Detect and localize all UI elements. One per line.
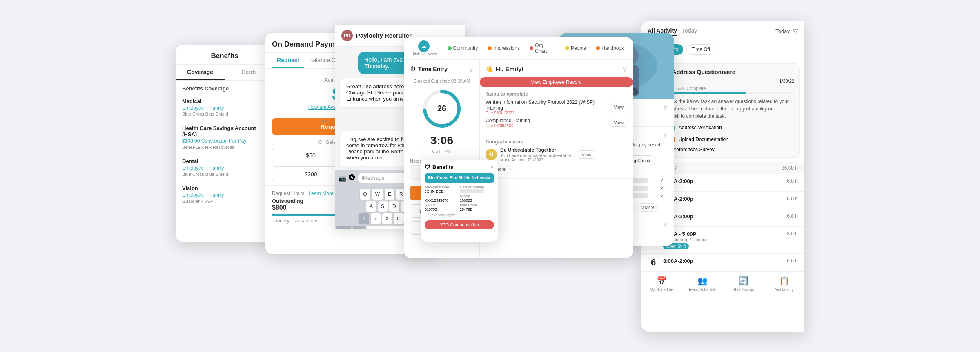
- activity-filter: Today ▽: [775, 27, 798, 35]
- emily-header: 👋 Hi, Emily! ∨: [480, 60, 633, 77]
- benefits-section-title: Benefits Coverage: [176, 81, 274, 94]
- key-w[interactable]: W: [372, 189, 383, 200]
- filter-today-label[interactable]: Today: [775, 28, 790, 34]
- time-off-chevron[interactable]: ∨: [663, 220, 668, 229]
- upload-doc-label: Upload Documentation: [679, 137, 728, 142]
- emily-chevron[interactable]: ∨: [622, 65, 627, 74]
- activity-time-off-button[interactable]: Time Off: [686, 44, 715, 55]
- emily-greeting: 👋 Hi, Emily!: [486, 65, 523, 73]
- team-schedule-label: Team Schedule: [688, 287, 717, 292]
- benefit-medical-provider: Blue Cross Blue Shield: [182, 112, 267, 117]
- expenses-more-button[interactable]: ∨ More: [637, 203, 658, 212]
- key-q[interactable]: Q: [360, 189, 370, 200]
- benefit-hsa: Health Care Savings Account (HSA) $100.0…: [176, 121, 274, 154]
- benefits-title: Benefits: [176, 45, 274, 65]
- nav-my-schedule[interactable]: 📅 My Schedule: [641, 276, 682, 292]
- clock-time: 3:06: [404, 134, 479, 147]
- tab-today[interactable]: Today: [682, 27, 697, 36]
- learn-more-link[interactable]: Learn More: [308, 191, 333, 196]
- app-logo-icon: ☁: [418, 40, 430, 52]
- key-123[interactable]: 123: [336, 226, 351, 229]
- shift-swaps-label: Shift Swaps: [733, 287, 754, 292]
- shift-info-2: 8:00A-2:00p: [663, 196, 783, 202]
- view-employee-record-button[interactable]: View Employee Record: [480, 77, 633, 87]
- ytd-compensation-button[interactable]: YTD Compensation: [425, 220, 494, 229]
- congrats-by: Marie Adams · 7/1/2022: [500, 158, 575, 162]
- day-6: 6: [648, 258, 659, 267]
- people-dot: [565, 46, 569, 50]
- due-date-value: 1/30/22: [779, 78, 794, 83]
- shift-info-1: 8:00A-2:00p: [663, 178, 783, 184]
- nav-org-chart[interactable]: Org Chart: [527, 41, 558, 56]
- greeting-wave-icon: 👋: [486, 65, 493, 73]
- copays-label: Copays May Apply.: [425, 213, 494, 217]
- shift-time-2: 8:00A-2:00p: [663, 196, 783, 202]
- key-a[interactable]: A: [366, 201, 376, 212]
- benefit-vision-name: Vision: [182, 185, 267, 191]
- availability-label: Availability: [774, 287, 793, 292]
- benefit-hsa-provider: BeneFLEX HR Resources: [182, 145, 267, 150]
- nav-handbook[interactable]: Handbook: [593, 44, 626, 53]
- shift-time-5: 8:00A-2:00p: [663, 258, 783, 264]
- chat-avatar: PR: [341, 30, 353, 41]
- clock-circle: 26: [421, 88, 462, 129]
- congrats-avatar: M: [486, 149, 497, 160]
- svg-text:26: 26: [437, 104, 446, 113]
- odp-tab-request[interactable]: Request: [272, 53, 304, 68]
- benefits-inner-chevron[interactable]: ∨: [490, 164, 494, 170]
- time-entry-icon: ⏱: [410, 66, 416, 72]
- congrats-view-button[interactable]: View: [578, 150, 595, 159]
- nav-community[interactable]: Community: [445, 44, 481, 53]
- key-shift[interactable]: ⇧: [359, 213, 369, 224]
- announcements-chevron[interactable]: ∨: [663, 103, 668, 112]
- key-c[interactable]: C: [394, 213, 404, 224]
- camera-icon: 📷: [338, 174, 346, 182]
- shift-hours-4: 8.0 h: [787, 231, 798, 237]
- benefit-medical-name: Medical: [182, 98, 267, 104]
- benefits-tabs: Coverage Cards: [176, 65, 274, 81]
- my-schedule-label: My Schedule: [650, 287, 673, 292]
- task-2-due: Due 06/09/2022: [486, 123, 530, 128]
- emily-panel: 👋 Hi, Emily! ∨ View Employee Record Task…: [480, 60, 633, 258]
- key-e[interactable]: E: [385, 189, 394, 200]
- benefits-inner-header: 🛡 Benefits ∨: [425, 164, 494, 170]
- exp-col-check: [659, 169, 668, 177]
- task-1: Written Information Security Protocol 20…: [486, 99, 627, 115]
- nav-impressions-label: Impressions: [493, 45, 520, 51]
- task-1-due: Due 06/01/2022: [486, 111, 610, 115]
- benefit-dental: Dental Employee + Family Blue Cross Blue…: [176, 154, 274, 181]
- congrats-title2: Be Unbeatable Together: [500, 147, 575, 153]
- congrats-title: Congratulations: [486, 139, 627, 145]
- nav-people[interactable]: People: [563, 44, 588, 53]
- key-d[interactable]: D: [389, 201, 399, 212]
- week-total-1: 36.00 h: [782, 165, 798, 171]
- app-nav: ☁ Think Co. News Community Impressions O…: [404, 37, 633, 60]
- org-chart-dot: [530, 46, 533, 50]
- nav-handbook-label: Handbook: [601, 45, 624, 51]
- app-logo-text: Think Co. News: [411, 52, 437, 56]
- clock-tz: CST PM: [404, 149, 479, 154]
- key-s[interactable]: S: [378, 201, 388, 212]
- benefits-card: Benefits Coverage Cards Benefits Coverag…: [176, 45, 274, 242]
- task-1-view-button[interactable]: View: [610, 103, 627, 111]
- time-entry-label: Time Entry: [418, 66, 448, 72]
- nav-impressions[interactable]: Impressions: [485, 44, 522, 53]
- time-entry-chevron[interactable]: ∨: [468, 65, 474, 74]
- nav-availability[interactable]: 📋 Availability: [764, 276, 804, 292]
- tab-coverage[interactable]: Coverage: [176, 65, 225, 80]
- pay-chevron[interactable]: ∨: [663, 131, 668, 140]
- key-z[interactable]: Z: [371, 213, 380, 224]
- key-emoji[interactable]: 😊: [353, 226, 365, 229]
- nav-team-schedule[interactable]: 👥 Team Schedule: [682, 276, 723, 292]
- team-schedule-icon: 👥: [697, 276, 708, 286]
- congrats-desc: You have demonstrated unbeatable...: [500, 153, 575, 158]
- key-x[interactable]: X: [382, 213, 392, 224]
- nav-shift-swaps[interactable]: 🔄 Shift Swaps: [723, 276, 764, 292]
- schedule-row-5: 6 8:00A-2:00p 6.0 h: [641, 254, 804, 271]
- task-2-view-button[interactable]: View: [610, 119, 627, 127]
- filter-icon[interactable]: ▽: [793, 27, 798, 35]
- shift-hours-5: 6.0 h: [787, 258, 798, 264]
- shift-info-5: 8:00A-2:00p: [663, 258, 783, 264]
- bcbs-name: BlueCross BlueShield Nebraska: [428, 176, 491, 180]
- benefit-hsa-plan: $100.00 Contribution Per Pay: [182, 138, 267, 144]
